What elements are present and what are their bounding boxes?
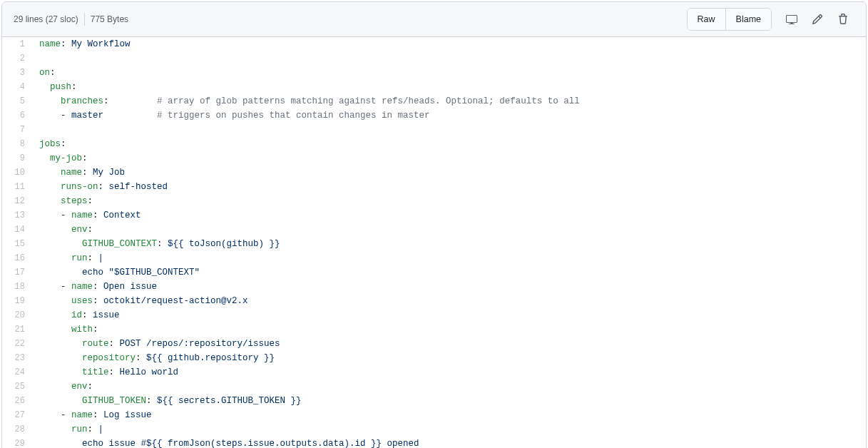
code-line: 8jobs: — [2, 137, 866, 151]
line-number[interactable]: 15 — [2, 237, 32, 251]
code-line: 27 - name: Log issue — [2, 408, 866, 422]
code-table: 1name: My Workflow2 3on:4 push:5 branche… — [2, 37, 866, 448]
line-content: run: | — [32, 251, 866, 265]
code-line: 25 env: — [2, 380, 866, 394]
code-line: 9 my-job: — [2, 151, 866, 166]
line-number[interactable]: 10 — [2, 166, 32, 180]
code-line: 17 echo "$GITHUB_CONTEXT" — [2, 265, 866, 280]
desktop-icon[interactable] — [780, 9, 803, 29]
line-content: - name: Open issue — [32, 280, 866, 294]
pencil-icon[interactable] — [806, 9, 829, 29]
line-number[interactable]: 14 — [2, 223, 32, 237]
code-line: 29 echo issue #${{ fromJson(steps.issue.… — [2, 437, 866, 448]
file-info: 29 lines (27 sloc) 775 Bytes — [14, 13, 128, 26]
line-number[interactable]: 28 — [2, 422, 32, 437]
line-number[interactable]: 24 — [2, 365, 32, 380]
file-header: 29 lines (27 sloc) 775 Bytes Raw Blame — [2, 2, 866, 37]
line-number[interactable]: 9 — [2, 151, 32, 166]
line-content: push: — [32, 80, 866, 94]
line-content: branches: # array of glob patterns match… — [32, 94, 866, 108]
file-size: 775 Bytes — [91, 14, 128, 24]
line-number[interactable]: 8 — [2, 137, 32, 151]
code-line: 21 with: — [2, 322, 866, 337]
line-content: name: My Job — [32, 166, 866, 180]
code-line: 16 run: | — [2, 251, 866, 265]
line-number[interactable]: 20 — [2, 308, 32, 322]
line-number[interactable]: 7 — [2, 123, 32, 137]
line-content: env: — [32, 223, 866, 237]
code-line: 2 — [2, 51, 866, 66]
line-content — [32, 51, 866, 66]
line-content: GITHUB_CONTEXT: ${{ toJson(github) }} — [32, 237, 866, 251]
lines-count: 29 lines (27 sloc) — [14, 14, 78, 24]
line-content: id: issue — [32, 308, 866, 322]
line-content: title: Hello world — [32, 365, 866, 380]
code-line: 3on: — [2, 66, 866, 80]
line-number[interactable]: 3 — [2, 66, 32, 80]
line-number[interactable]: 11 — [2, 180, 32, 194]
code-area: 1name: My Workflow2 3on:4 push:5 branche… — [2, 37, 866, 448]
code-line: 24 title: Hello world — [2, 365, 866, 380]
line-number[interactable]: 19 — [2, 294, 32, 308]
line-content: - master # triggers on pushes that conta… — [32, 108, 866, 123]
line-content: jobs: — [32, 137, 866, 151]
line-number[interactable]: 2 — [2, 51, 32, 66]
code-line: 19 uses: octokit/request-action@v2.x — [2, 294, 866, 308]
divider — [84, 13, 85, 26]
code-line: 11 runs-on: self-hosted — [2, 180, 866, 194]
code-line: 13 - name: Context — [2, 208, 866, 223]
trash-icon[interactable] — [832, 9, 854, 29]
line-number[interactable]: 23 — [2, 351, 32, 365]
line-number[interactable]: 29 — [2, 437, 32, 448]
line-number[interactable]: 17 — [2, 265, 32, 280]
line-number[interactable]: 25 — [2, 380, 32, 394]
code-line: 22 route: POST /repos/:repository/issues — [2, 337, 866, 351]
line-number[interactable]: 26 — [2, 394, 32, 408]
line-content: my-job: — [32, 151, 866, 166]
line-number[interactable]: 5 — [2, 94, 32, 108]
code-line: 18 - name: Open issue — [2, 280, 866, 294]
line-content: route: POST /repos/:repository/issues — [32, 337, 866, 351]
raw-button[interactable]: Raw — [688, 9, 726, 30]
file-box: 29 lines (27 sloc) 775 Bytes Raw Blame — [1, 1, 867, 448]
code-line: 1name: My Workflow — [2, 37, 866, 51]
line-content: on: — [32, 66, 866, 80]
line-content: echo issue #${{ fromJson(steps.issue.out… — [32, 437, 866, 448]
line-number[interactable]: 4 — [2, 80, 32, 94]
line-number[interactable]: 27 — [2, 408, 32, 422]
code-line: 23 repository: ${{ github.repository }} — [2, 351, 866, 365]
code-line: 6 - master # triggers on pushes that con… — [2, 108, 866, 123]
line-content: - name: Context — [32, 208, 866, 223]
code-line: 7 — [2, 123, 866, 137]
line-content: run: | — [32, 422, 866, 437]
line-number[interactable]: 6 — [2, 108, 32, 123]
line-content: repository: ${{ github.repository }} — [32, 351, 866, 365]
code-line: 4 push: — [2, 80, 866, 94]
line-number[interactable]: 18 — [2, 280, 32, 294]
code-line: 12 steps: — [2, 194, 866, 208]
line-content: uses: octokit/request-action@v2.x — [32, 294, 866, 308]
line-content: GITHUB_TOKEN: ${{ secrets.GITHUB_TOKEN }… — [32, 394, 866, 408]
line-number[interactable]: 16 — [2, 251, 32, 265]
code-line: 5 branches: # array of glob patterns mat… — [2, 94, 866, 108]
line-number[interactable]: 1 — [2, 37, 32, 51]
icon-actions — [780, 9, 854, 29]
line-content: echo "$GITHUB_CONTEXT" — [32, 265, 866, 280]
file-actions: Raw Blame — [687, 8, 854, 31]
line-number[interactable]: 22 — [2, 337, 32, 351]
line-number[interactable]: 13 — [2, 208, 32, 223]
raw-blame-group: Raw Blame — [687, 8, 772, 31]
code-line: 15 GITHUB_CONTEXT: ${{ toJson(github) }} — [2, 237, 866, 251]
code-line: 26 GITHUB_TOKEN: ${{ secrets.GITHUB_TOKE… — [2, 394, 866, 408]
line-number[interactable]: 21 — [2, 322, 32, 337]
line-number[interactable]: 12 — [2, 194, 32, 208]
code-line: 14 env: — [2, 223, 866, 237]
line-content: runs-on: self-hosted — [32, 180, 866, 194]
line-content: steps: — [32, 194, 866, 208]
line-content — [32, 123, 866, 137]
line-content: with: — [32, 322, 866, 337]
blame-button[interactable]: Blame — [726, 9, 771, 30]
code-line: 10 name: My Job — [2, 166, 866, 180]
code-line: 20 id: issue — [2, 308, 866, 322]
line-content: - name: Log issue — [32, 408, 866, 422]
